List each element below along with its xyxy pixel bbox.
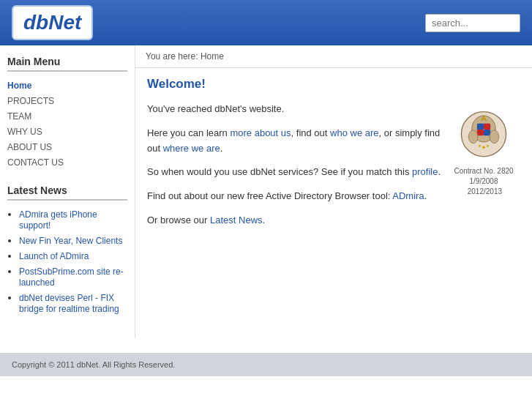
news-section: Latest News ADmira gets iPhone support! … bbox=[7, 184, 127, 316]
para-1: You've reached dbNet's website. bbox=[147, 102, 447, 117]
search-input[interactable] bbox=[425, 14, 520, 32]
header: dbNet bbox=[0, 0, 532, 45]
svg-point-12 bbox=[487, 145, 489, 147]
seal-area: Contract No. 28201/9/2008 2012/2013 bbox=[447, 102, 520, 197]
svg-point-11 bbox=[479, 145, 481, 147]
footer: Copyright © 2011 dbNet. All Rights Reser… bbox=[0, 353, 532, 376]
svg-rect-5 bbox=[477, 130, 484, 135]
news-link-5[interactable]: dbNet devises Perl - FIX bridge for real… bbox=[19, 293, 119, 314]
news-item-1[interactable]: ADmira gets iPhone support! bbox=[19, 206, 127, 233]
para-4: Find out about our new free Active Direc… bbox=[147, 189, 447, 204]
latest-news-title: Latest News bbox=[7, 184, 127, 201]
content-inner: You've reached dbNet's website. Here you… bbox=[147, 102, 520, 237]
svg-rect-4 bbox=[484, 124, 490, 130]
footer-text: Copyright © 2011 dbNet. All Rights Reser… bbox=[12, 360, 175, 369]
content-text: You've reached dbNet's website. Here you… bbox=[147, 102, 447, 237]
sidebar-item-home[interactable]: Home bbox=[7, 78, 127, 93]
svg-rect-3 bbox=[477, 124, 484, 130]
link-who-we-are[interactable]: who we are bbox=[330, 127, 378, 138]
sidebar-item-aboutus[interactable]: ABOUT US bbox=[7, 139, 127, 154]
welcome-heading: Welcome! bbox=[147, 77, 520, 92]
svg-point-10 bbox=[482, 146, 485, 149]
sidebar-link-team[interactable]: TEAM bbox=[7, 111, 31, 122]
para-5: Or browse our Latest News. bbox=[147, 213, 447, 228]
nav-menu: Home PROJECTS TEAM WHY US ABOUT US CONTA… bbox=[7, 78, 127, 170]
welcome-area: Welcome! You've reached dbNet's website.… bbox=[135, 68, 532, 246]
link-where-we-are[interactable]: where we are bbox=[163, 143, 220, 154]
news-link-1[interactable]: ADmira gets iPhone support! bbox=[19, 209, 97, 231]
main-wrapper: Main Menu Home PROJECTS TEAM WHY US ABOU… bbox=[0, 45, 532, 338]
link-more-about-us[interactable]: more about us bbox=[230, 127, 291, 138]
news-list: ADmira gets iPhone support! New Fin Year… bbox=[7, 206, 127, 316]
news-item-5[interactable]: dbNet devises Perl - FIX bridge for real… bbox=[19, 290, 127, 316]
sidebar-link-home[interactable]: Home bbox=[7, 81, 31, 91]
news-link-4[interactable]: PostSubPrime.com site re-launched bbox=[19, 266, 124, 288]
news-item-2[interactable]: New Fin Year, New Clients bbox=[19, 233, 127, 248]
link-admira[interactable]: ADmira bbox=[392, 190, 424, 201]
news-link-2[interactable]: New Fin Year, New Clients bbox=[19, 236, 122, 246]
news-item-3[interactable]: Launch of ADmira bbox=[19, 248, 127, 264]
link-profile[interactable]: profile bbox=[412, 166, 438, 177]
logo-box: dbNet bbox=[12, 5, 93, 40]
sidebar-link-contactus[interactable]: CONTACT US bbox=[7, 157, 64, 168]
news-item-4[interactable]: PostSubPrime.com site re-launched bbox=[19, 264, 127, 290]
sidebar-link-whyus[interactable]: WHY US bbox=[7, 127, 42, 137]
sidebar: Main Menu Home PROJECTS TEAM WHY US ABOU… bbox=[0, 45, 135, 338]
seal-caption: Contract No. 28201/9/2008 2012/2013 bbox=[453, 166, 514, 197]
para-2: Here you can learn more about us, find o… bbox=[147, 126, 447, 157]
para-3: So when would you use dbNet services? Se… bbox=[147, 165, 447, 180]
content-area: You are here: Home Welcome! You've reach… bbox=[135, 45, 532, 338]
sidebar-link-projects[interactable]: PROJECTS bbox=[7, 96, 54, 106]
sidebar-item-team[interactable]: TEAM bbox=[7, 108, 127, 124]
main-menu-title: Main Menu bbox=[7, 56, 127, 72]
breadcrumb: You are here: Home bbox=[135, 45, 532, 68]
sidebar-link-aboutus[interactable]: ABOUT US bbox=[7, 142, 52, 152]
link-latest-news[interactable]: Latest News bbox=[210, 215, 263, 225]
svg-point-7 bbox=[468, 130, 478, 143]
svg-rect-6 bbox=[484, 130, 490, 135]
svg-point-8 bbox=[490, 130, 499, 143]
news-link-3[interactable]: Launch of ADmira bbox=[19, 251, 89, 261]
logo: dbNet bbox=[23, 11, 81, 34]
sidebar-item-contactus[interactable]: CONTACT US bbox=[7, 154, 127, 170]
header-search-area bbox=[425, 14, 520, 32]
sidebar-item-whyus[interactable]: WHY US bbox=[7, 124, 127, 139]
seal-image bbox=[457, 109, 510, 162]
sidebar-item-projects[interactable]: PROJECTS bbox=[7, 93, 127, 108]
